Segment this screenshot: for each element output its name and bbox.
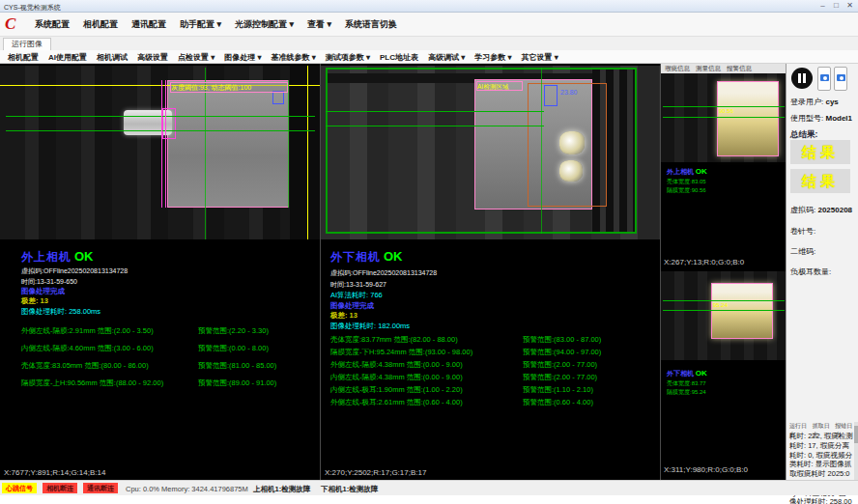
close-icon[interactable]: ✕: [844, 1, 856, 11]
camera-snapshot-button[interactable]: [817, 67, 831, 91]
tool-camera-config[interactable]: 相机配置: [8, 52, 39, 63]
upper-camera-status: 上相机1:检测故障: [253, 485, 310, 494]
yellow-guide-line-v: [307, 66, 308, 239]
lower-camera-title: 外下相机: [330, 250, 381, 264]
menu-system-config[interactable]: 系统配置: [35, 18, 70, 31]
lower-range-line: 极差: 13: [330, 311, 358, 321]
tool-advanced-debug[interactable]: 高级调试 ▾: [428, 52, 465, 63]
thumbnail-bottom-title: 外下相机: [667, 370, 694, 377]
green-measure-line-1: [6, 116, 315, 117]
thumbnail-bottom-coords: X:311;Y:980;R:0;G:0;B:0: [664, 465, 748, 474]
measurement-warn: 预警范围:(1.10 - 2.10): [523, 385, 593, 395]
tool-test-params[interactable]: 测试项参数 ▾: [326, 52, 370, 63]
camera-view-lower[interactable]: 23.80 AI检测区域 外下相机OK 虚拟码:OFFline202502081…: [320, 64, 660, 480]
green-measure-vline-1: [205, 68, 206, 239]
virtual-code-row: 虚拟码: 20250208: [790, 205, 852, 215]
menu-comm-config[interactable]: 通讯配置: [131, 18, 166, 31]
menu-language-switch[interactable]: 系统语言切换: [345, 18, 397, 31]
measurement-row: 外侧左线-隔膜:2.91mm 范围:(2.00 - 3.50): [21, 326, 154, 336]
tool-plc-address[interactable]: PLC地址表: [380, 52, 418, 63]
pause-button[interactable]: [791, 68, 813, 89]
magenta-edge-line-2: [165, 80, 166, 208]
login-user-row: 登录用户: cys: [790, 97, 839, 107]
tool-ai-use-config[interactable]: AI使用配置: [48, 52, 87, 63]
thumbnail-view-bottom[interactable]: 95.24 外下相机 OK 壳体宽度:83.77 隔膜宽度:95.24: [661, 271, 786, 463]
upper-range-line: 极差: 13: [21, 296, 48, 306]
lower-camera-ok-badge: OK: [384, 249, 403, 264]
upper-camera-ok-badge: OK: [74, 249, 94, 264]
tool-image-processing[interactable]: 图像处理 ▾: [224, 52, 261, 63]
menu-view[interactable]: 查看 ▾: [307, 18, 331, 31]
tool-baseline-params[interactable]: 基准线参数 ▾: [272, 52, 316, 63]
upper-process-status: 图像处理完成: [21, 287, 65, 296]
cpu-memory-status: Cpu: 0.0% Memory: 3424.41796875M: [126, 485, 248, 493]
thumbnail-view-top[interactable]: 90.56 外上相机 OK 壳体宽度:83.05 隔膜宽度:90.56: [661, 73, 786, 257]
minimize-icon[interactable]: –: [816, 1, 829, 11]
measurement-warn: 预警范围:(0.00 - 8.00): [198, 344, 269, 353]
app-logo-icon: C: [5, 14, 24, 34]
qr-code-label: 二维码:: [790, 246, 815, 257]
thumbnail-top-title: 外上相机: [667, 168, 694, 175]
upper-barcode: 虚拟码:OFFline2025020813134728: [21, 266, 128, 276]
thumbnail-column: 瑕疵信息 测量信息 报警信息 90.56 外上相机 OK 壳体宽度:83.05 …: [660, 64, 786, 480]
tool-camera-debug[interactable]: 相机调试: [97, 52, 128, 63]
measurement-row: 隔膜宽度-下H:95.24mm 范围:(93.00 - 98.00): [330, 348, 472, 357]
thumbnail-top-coords: X:267;Y:13;R:0;G:0;B:0: [664, 258, 744, 266]
tab-run-image[interactable]: 运行图像: [3, 38, 51, 50]
green-measure-line-2: [6, 130, 315, 131]
blue-roi-box: [272, 91, 284, 104]
thumbnail-bottom-text: 外下相机 OK 壳体宽度:83.77 隔膜宽度:95.24: [667, 368, 707, 397]
upper-camera-title: 外上相机: [21, 250, 72, 264]
model-label: 使用型号:: [790, 114, 823, 123]
upper-elapsed: 图像处理耗时: 258.00ms: [21, 307, 100, 317]
measurement-row: 壳体宽度:83.77mm 范围:(82.00 - 88.00): [330, 335, 458, 345]
info-tab-alarm[interactable]: 报警信息: [727, 64, 752, 73]
magenta-edge-line-1: [161, 80, 162, 208]
virtual-code-value: 20250208: [817, 206, 852, 214]
tool-spotcheck-settings[interactable]: 点检设置 ▾: [178, 52, 214, 63]
main-area: 灰度阈值:93, 动态阈值:100 外上相机OK 虚拟码:OFFline2025…: [0, 64, 858, 480]
roi-gray-region: [167, 80, 289, 208]
info-tab-strip: 瑕疵信息 测量信息 报警信息: [661, 64, 786, 73]
lower-process-status: 图像处理完成: [330, 301, 374, 311]
upper-camera-result: 外上相机OK: [21, 247, 94, 266]
maximize-icon[interactable]: □: [830, 1, 843, 11]
menu-light-config[interactable]: 光源控制配置 ▾: [235, 18, 294, 31]
scrollbar-thumb[interactable]: [854, 426, 858, 443]
tool-other-settings[interactable]: 其它设置 ▾: [522, 52, 558, 63]
info-tab-measure[interactable]: 测量信息: [696, 64, 721, 73]
green-measure-vline: [541, 68, 542, 234]
info-tab-defect[interactable]: 瑕疵信息: [665, 64, 690, 73]
title-bar: CYS-视觉检测系统 – □ ✕: [0, 0, 858, 13]
thumbnail-top-line2: 隔膜宽度:90.56: [667, 186, 707, 195]
log-scrollbar[interactable]: [854, 422, 858, 480]
side-panel: 登录用户: cys 使用型号: Model1 总结果: 结果 结果 虚拟码: 2…: [786, 64, 858, 480]
measurement-warn: 预警范围:(89.00 - 91.00): [198, 378, 276, 388]
toolbar: 相机配置 AI使用配置 相机调试 高级设置 点检设置 ▾ 图像处理 ▾ 基准线参…: [0, 50, 858, 64]
measurement-warn: 预警范围:(0.60 - 4.00): [523, 398, 593, 407]
bright-region: [717, 81, 779, 156]
green-line: [663, 117, 785, 118]
ai-region-label: AI检测区域: [476, 81, 523, 91]
upper-pixel-coords: X:7677;Y:891;R:14;G:14;B:14: [4, 468, 105, 477]
measurement-row: 内侧左线-极耳:1.90mm 范围:(1.00 - 2.20): [330, 385, 463, 395]
lower-ai-elapsed: AI算法耗时: 766: [330, 291, 383, 300]
bright-tab-blob-1: [559, 131, 585, 154]
menu-camera-config[interactable]: 相机配置: [83, 18, 118, 31]
status-bar: 心跳信号 相机断连 通讯断连 Cpu: 0.0% Memory: 3424.41…: [0, 480, 858, 495]
bright-tab-blob-2: [559, 160, 583, 182]
measurement-warn: 预警范围:(83.00 - 87.00): [523, 335, 601, 345]
result-box-2: 结果: [790, 169, 850, 193]
image-dark-region: [290, 66, 320, 239]
menu-assist-config[interactable]: 助手配置 ▾: [180, 18, 221, 31]
tool-learning-params[interactable]: 学习参数 ▾: [474, 52, 511, 63]
virtual-code-label: 虚拟码:: [790, 206, 815, 214]
tool-advanced-settings[interactable]: 高级设置: [137, 52, 168, 63]
thumbnail-bottom-ok: OK: [696, 369, 707, 378]
camera-view-upper[interactable]: 灰度阈值:93, 动态阈值:100 外上相机OK 虚拟码:OFFline2025…: [0, 64, 320, 480]
measurement-warn: 预警范围:(2.00 - 77.00): [523, 360, 597, 370]
measure-marker: 90.56: [719, 108, 733, 114]
video-camera-icon: [837, 74, 845, 81]
upper-camera-image: 灰度阈值:93, 动态阈值:100: [0, 66, 320, 239]
camera-record-button[interactable]: [834, 67, 847, 91]
